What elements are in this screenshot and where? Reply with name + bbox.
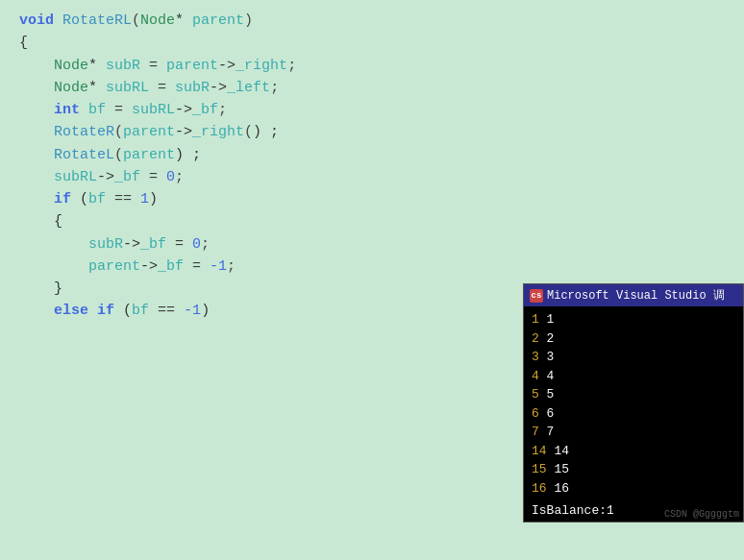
terminal-row: 7 7 [532,423,735,442]
terminal-title: Microsoft Visual Studio 调 [547,287,725,304]
terminal-body: 1 12 23 34 45 56 67 714 1415 1516 16 [524,306,743,501]
vs-icon: cs [530,289,543,303]
code-line-l14: subR->_bf = 0; [19,233,725,256]
terminal-row: 3 3 [532,348,735,367]
terminal-row: 1 1 [532,310,735,329]
terminal-row: 15 15 [532,460,735,479]
code-line-l4: Node* subRL = subR->_left; [19,77,725,99]
terminal-bottom-text: IsBalance:1 [532,503,614,518]
code-line-l12: if (bf == 1) [19,188,725,210]
code-line-l8: RotateR(parent->_right() ; [19,121,725,143]
code-line-l11: subRL->_bf = 0; [19,166,725,188]
code-line-l2: { [19,32,725,54]
code-line-l6: int bf = subRL->_bf; [19,99,725,121]
terminal-row: 6 6 [532,404,735,424]
terminal-row: 4 4 [532,367,735,386]
terminal-row: 16 16 [532,479,735,499]
code-line-l1: void RotateRL(Node* parent) [19,10,725,32]
terminal-titlebar: cs Microsoft Visual Studio 调 [524,284,743,306]
code-line-l9: RotateL(parent) ; [19,144,725,166]
terminal-popup: cs Microsoft Visual Studio 调 1 12 23 34 … [523,283,744,523]
watermark: CSDN @Gggggtm [664,509,739,520]
code-line-l13: { [19,210,725,232]
code-editor: void RotateRL(Node* parent){ Node* subR … [0,0,744,560]
code-line-l15: parent->_bf = -1; [19,256,725,278]
terminal-row: 14 14 [532,442,735,461]
terminal-row: 5 5 [532,385,735,404]
terminal-row: 2 2 [532,329,735,349]
code-line-l3: Node* subR = parent->_right; [19,55,725,77]
